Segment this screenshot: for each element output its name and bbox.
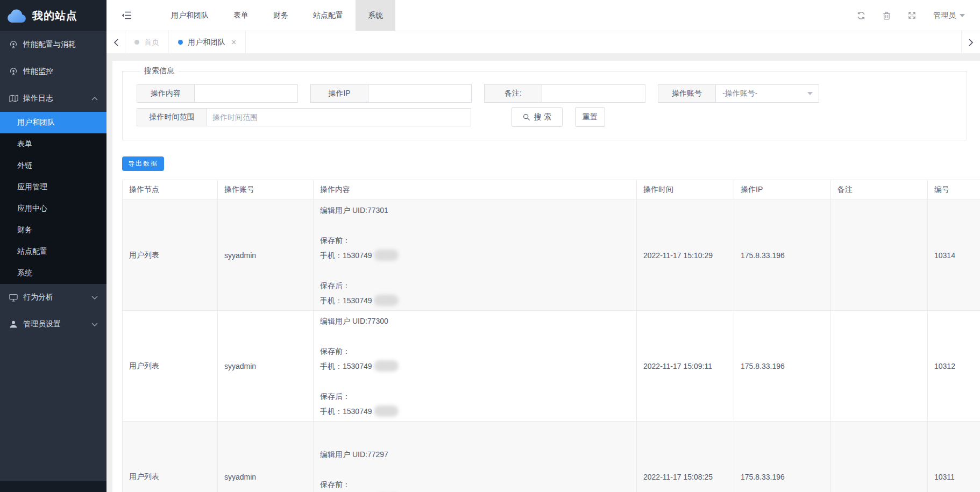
export-data-button[interactable]: 导出数据 — [122, 156, 164, 171]
content-title: 编辑用户 UID:77297 — [320, 447, 630, 462]
submenu-label: 用户和团队 — [17, 118, 55, 127]
op-account-select[interactable]: -操作账号- — [716, 84, 819, 103]
col-op-account: 操作账号 — [218, 180, 314, 200]
nav-item-finance[interactable]: 财务 — [261, 0, 301, 31]
navbar-right-tools: 管理员 — [857, 11, 980, 20]
search-button[interactable]: 搜 索 — [512, 107, 563, 127]
tab-dot-icon — [134, 40, 139, 45]
cell-time: 2022-11-17 15:08:25 — [637, 422, 734, 492]
broadcast-icon — [9, 40, 18, 49]
op-ip-label: 操作IP — [310, 84, 368, 103]
sidebar: 我的站点 性能配置与消耗 性能监控 — [0, 0, 106, 492]
cell-id: 10311 — [928, 422, 980, 492]
chevron-down-icon — [91, 296, 98, 300]
sidebar-item-label: 性能监控 — [23, 67, 53, 76]
field-time-range: 操作时间范围 — [137, 108, 471, 126]
fullscreen-icon[interactable] — [908, 11, 916, 19]
nav-item-users-teams[interactable]: 用户和团队 — [159, 0, 221, 31]
sidebar-item-label: 管理员设置 — [23, 319, 61, 329]
phone-text: 手机：1530749 — [320, 251, 372, 260]
submenu-label: 表单 — [17, 139, 32, 149]
op-account-selected-value: -操作账号- — [722, 89, 757, 98]
caret-down-icon — [807, 92, 813, 95]
phone-text: 手机：1530749 — [320, 296, 372, 305]
trash-icon[interactable] — [883, 11, 891, 20]
content-title: 编辑用户 UID:77301 — [320, 203, 630, 218]
cell-account: syyadmin — [218, 422, 314, 492]
sidebar-subitem-forms[interactable]: 表单 — [0, 133, 106, 155]
search-panel-legend: 搜索信息 — [140, 66, 179, 76]
refresh-icon[interactable] — [857, 11, 865, 20]
col-id: 编号 — [928, 180, 980, 200]
field-op-account: 操作账号 -操作账号- — [658, 84, 819, 103]
tab-label: 首页 — [144, 38, 159, 47]
close-icon[interactable]: × — [231, 38, 236, 47]
col-op-content: 操作内容 — [314, 180, 637, 200]
time-range-input[interactable] — [207, 108, 471, 126]
phone-text: 手机：1530749 — [320, 407, 372, 416]
app-logo: 我的站点 — [0, 0, 106, 31]
nav-item-site-config[interactable]: 站点配置 — [301, 0, 356, 31]
redacted-phone-blob — [374, 405, 399, 417]
sidebar-item-behavior-analysis[interactable]: 行为分析 — [0, 284, 106, 311]
table-row: 用户列表 syyadmin 编辑用户 UID:77301 保存前： 手机：153… — [123, 200, 980, 311]
monitor-icon — [9, 293, 18, 302]
sidebar-subitem-finance[interactable]: 财务 — [0, 219, 106, 241]
remark-input[interactable] — [542, 84, 645, 103]
nav-item-forms[interactable]: 表单 — [221, 0, 261, 31]
user-menu[interactable]: 管理员 — [933, 11, 965, 20]
cell-node: 用户列表 — [123, 422, 218, 492]
tabs-scroll-left-icon[interactable] — [106, 31, 125, 53]
tab-label: 用户和团队 — [188, 38, 225, 47]
op-content-input[interactable] — [195, 84, 298, 103]
nav-item-label: 系统 — [368, 11, 383, 20]
menu-fold-icon[interactable] — [122, 11, 132, 19]
nav-item-system[interactable]: 系统 — [356, 0, 395, 31]
app-title: 我的站点 — [32, 9, 77, 23]
sidebar-item-performance-monitor[interactable]: 性能监控 — [0, 58, 106, 85]
sidebar-subitem-site-config[interactable]: 站点配置 — [0, 241, 106, 262]
nav-item-label: 表单 — [233, 11, 248, 20]
tabs-scroll-right-icon[interactable] — [961, 31, 980, 53]
tab-users-teams[interactable]: 用户和团队 × — [169, 31, 246, 53]
cell-ip: 175.8.33.196 — [734, 422, 831, 492]
sidebar-menu: 性能配置与消耗 性能监控 操作日志 用户和团队 — [0, 31, 106, 338]
cell-ip: 175.8.33.196 — [734, 200, 831, 311]
submenu-label: 外链 — [17, 161, 32, 170]
chevron-down-icon — [91, 323, 98, 326]
cell-remark — [831, 311, 928, 422]
col-op-time: 操作时间 — [637, 180, 734, 200]
tab-home[interactable]: 首页 — [125, 31, 169, 53]
sidebar-item-admin-settings[interactable]: 管理员设置 — [0, 311, 106, 338]
top-nav-items: 用户和团队 表单 财务 站点配置 系统 — [159, 0, 395, 31]
search-button-label: 搜 索 — [534, 112, 551, 122]
sidebar-subitem-external-links[interactable]: 外链 — [0, 155, 106, 176]
cell-remark — [831, 422, 928, 492]
search-row-1: 操作内容 操作IP 备注: 操作账号 -操作账号- — [137, 84, 967, 103]
content-card: 搜索信息 操作内容 操作IP 备注: 操作账号 — [112, 61, 980, 492]
main-area: 用户和团队 表单 财务 站点配置 系统 — [106, 0, 980, 492]
cell-remark — [831, 200, 928, 311]
col-remark: 备注 — [831, 180, 928, 200]
caret-down-icon — [960, 14, 965, 17]
sidebar-subitem-users-teams[interactable]: 用户和团队 — [0, 112, 106, 133]
content-title: 编辑用户 UID:77300 — [320, 313, 630, 329]
op-ip-input[interactable] — [368, 84, 472, 103]
sidebar-subitem-app-center[interactable]: 应用中心 — [0, 198, 106, 219]
nav-item-label: 财务 — [273, 11, 288, 20]
cloud-logo-icon — [6, 9, 27, 23]
submenu-label: 站点配置 — [17, 247, 47, 256]
sidebar-item-performance-config[interactable]: 性能配置与消耗 — [0, 31, 106, 58]
table-row: 用户列表 syyadmin 编辑用户 UID:77297 保存前： 手机：153… — [123, 422, 980, 492]
top-navbar: 用户和团队 表单 财务 站点配置 系统 — [106, 0, 980, 31]
table-header-row: 操作节点 操作账号 操作内容 操作时间 操作IP 备注 编号 — [123, 180, 980, 200]
redacted-phone-blob — [374, 295, 399, 306]
reset-button[interactable]: 重置 — [575, 107, 605, 127]
sidebar-subitem-app-management[interactable]: 应用管理 — [0, 176, 106, 198]
tab-dot-icon — [178, 40, 183, 45]
sidebar-item-operation-log[interactable]: 操作日志 — [0, 85, 106, 112]
sidebar-subitem-system[interactable]: 系统 — [0, 262, 106, 284]
cell-op-content: 编辑用户 UID:77301 保存前： 手机：1530749 保存后： 手机：1… — [314, 200, 637, 311]
field-remark: 备注: — [484, 84, 645, 103]
content-area: 搜索信息 操作内容 操作IP 备注: 操作账号 — [106, 53, 980, 492]
